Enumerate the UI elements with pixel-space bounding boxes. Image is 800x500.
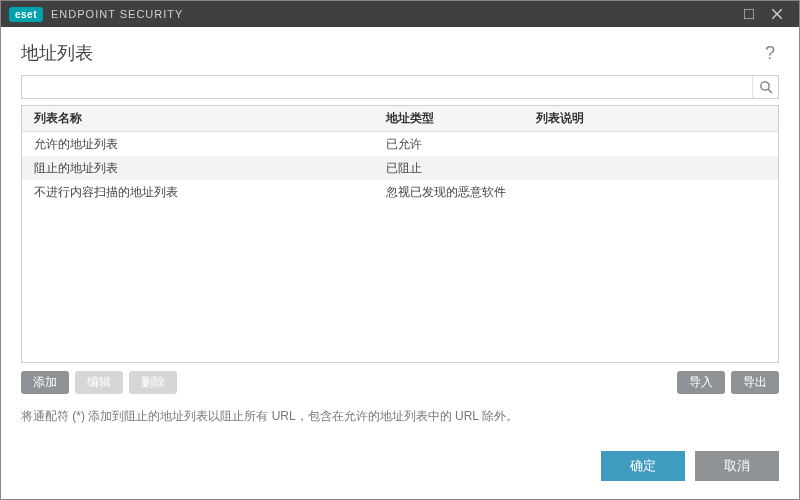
page-title: 地址列表	[21, 41, 93, 65]
search-button[interactable]	[752, 76, 778, 98]
table-row[interactable]: 允许的地址列表 已允许	[22, 132, 778, 156]
brand-badge: eset	[9, 7, 43, 22]
search-input[interactable]	[22, 76, 752, 98]
table-header-row: 列表名称 地址类型 列表说明	[22, 106, 778, 132]
cell-type: 忽视已发现的恶意软件	[382, 184, 532, 201]
search-icon	[759, 80, 773, 94]
svg-line-4	[768, 89, 772, 93]
minimize-button[interactable]	[735, 1, 763, 27]
ok-button[interactable]: 确定	[601, 451, 685, 481]
close-button[interactable]	[763, 1, 791, 27]
col-header-desc[interactable]: 列表说明	[532, 110, 778, 127]
table-row[interactable]: 不进行内容扫描的地址列表 忽视已发现的恶意软件	[22, 180, 778, 204]
minimize-icon	[744, 9, 754, 19]
cancel-button[interactable]: 取消	[695, 451, 779, 481]
svg-point-3	[760, 82, 768, 90]
content-area: 列表名称 地址类型 列表说明 允许的地址列表 已允许 阻止的地址列表 已阻止 不…	[1, 75, 799, 404]
add-button[interactable]: 添加	[21, 371, 69, 394]
cell-name: 不进行内容扫描的地址列表	[22, 184, 382, 201]
action-row: 添加 编辑 删除 导入 导出	[21, 363, 779, 404]
page-header: 地址列表 ?	[1, 27, 799, 75]
edit-button[interactable]: 编辑	[75, 371, 123, 394]
close-icon	[772, 9, 782, 19]
svg-rect-0	[744, 9, 754, 19]
export-button[interactable]: 导出	[731, 371, 779, 394]
app-window: eset ENDPOINT SECURITY 地址列表 ? 列表名称 地址类型 …	[0, 0, 800, 500]
delete-button[interactable]: 删除	[129, 371, 177, 394]
col-header-type[interactable]: 地址类型	[382, 110, 532, 127]
cell-type: 已阻止	[382, 160, 532, 177]
address-list-table: 列表名称 地址类型 列表说明 允许的地址列表 已允许 阻止的地址列表 已阻止 不…	[21, 105, 779, 363]
import-button[interactable]: 导入	[677, 371, 725, 394]
titlebar: eset ENDPOINT SECURITY	[1, 1, 799, 27]
cell-type: 已允许	[382, 136, 532, 153]
table-row[interactable]: 阻止的地址列表 已阻止	[22, 156, 778, 180]
cell-name: 允许的地址列表	[22, 136, 382, 153]
table-body: 允许的地址列表 已允许 阻止的地址列表 已阻止 不进行内容扫描的地址列表 忽视已…	[22, 132, 778, 362]
cell-name: 阻止的地址列表	[22, 160, 382, 177]
hint-text: 将通配符 (*) 添加到阻止的地址列表以阻止所有 URL，包含在允许的地址列表中…	[1, 404, 799, 425]
dialog-footer: 确定 取消	[1, 425, 799, 499]
help-button[interactable]: ?	[761, 43, 779, 64]
search-row	[21, 75, 779, 99]
col-header-name[interactable]: 列表名称	[22, 110, 382, 127]
product-name: ENDPOINT SECURITY	[51, 8, 183, 20]
